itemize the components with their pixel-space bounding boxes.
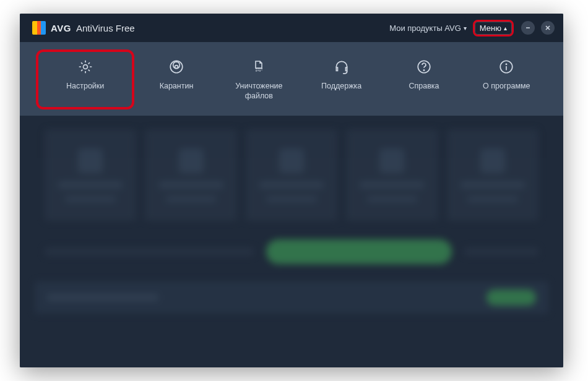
menu-item-label: Карантин xyxy=(160,82,194,92)
biohazard-icon xyxy=(168,58,185,75)
window-controls xyxy=(521,21,555,35)
blurred-background xyxy=(26,122,557,361)
info-icon xyxy=(498,58,515,75)
shred-icon xyxy=(250,58,267,75)
menu-item-label: Настройки xyxy=(66,82,104,92)
close-button[interactable] xyxy=(541,21,555,35)
brand-name: AVG xyxy=(51,23,71,33)
menu-item-label: Уничтожение файлов xyxy=(223,82,295,101)
menu-item-about[interactable]: О программе xyxy=(469,53,545,106)
menu-item-label: Поддержка xyxy=(321,82,361,92)
svg-point-7 xyxy=(423,70,424,71)
close-icon xyxy=(545,25,551,31)
avg-logo-icon xyxy=(32,21,46,35)
menu-item-settings[interactable]: Настройки xyxy=(36,49,134,109)
menu-item-label: Справка xyxy=(409,82,439,92)
menu-dropdown-panel: Настройки Карантин Уничтожение файлов По… xyxy=(20,42,563,116)
app-window: AVG AntiVirus Free Мои продукты AVG ▾ Ме… xyxy=(20,14,563,367)
svg-point-4 xyxy=(170,61,183,73)
menu-item-help[interactable]: Справка xyxy=(386,53,462,106)
headset-icon xyxy=(333,58,350,75)
menu-item-file-shredder[interactable]: Уничтожение файлов xyxy=(221,53,297,106)
help-icon xyxy=(415,58,433,75)
menu-item-quarantine[interactable]: Карантин xyxy=(138,53,214,106)
my-products-link[interactable]: Мои продукты AVG ▾ xyxy=(389,24,467,33)
my-products-label: Мои продукты AVG xyxy=(389,24,461,33)
main-content-blurred xyxy=(20,116,563,367)
minimize-button[interactable] xyxy=(521,21,535,35)
svg-point-9 xyxy=(506,64,507,64)
menu-label: Меню xyxy=(480,24,501,33)
app-logo: AVG AntiVirus Free xyxy=(32,21,135,35)
menu-item-label: О программе xyxy=(483,82,530,92)
menu-item-support[interactable]: Поддержка xyxy=(303,53,379,106)
minimize-icon xyxy=(525,25,531,31)
product-name: AntiVirus Free xyxy=(76,23,135,33)
svg-point-3 xyxy=(83,65,87,69)
chevron-up-icon: ▴ xyxy=(504,25,507,32)
menu-button[interactable]: Меню ▴ xyxy=(473,20,514,36)
chevron-down-icon: ▾ xyxy=(464,25,467,32)
gear-icon xyxy=(77,58,94,75)
title-bar: AVG AntiVirus Free Мои продукты AVG ▾ Ме… xyxy=(20,14,563,42)
